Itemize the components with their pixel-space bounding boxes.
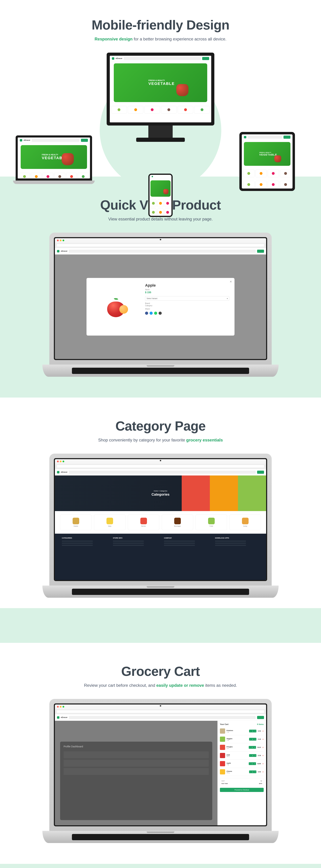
remove-icon[interactable]: ✕ <box>262 730 264 732</box>
heading-mobile: Mobile-friendly Design <box>39 18 282 32</box>
search-input[interactable] <box>69 250 256 253</box>
product-card[interactable] <box>280 169 291 177</box>
url-bar[interactable] <box>57 244 264 247</box>
product-row <box>110 104 211 115</box>
hero-banner: FRESH & HEALTY VEGETABLE <box>114 63 207 102</box>
quantity-stepper[interactable]: -1+ <box>249 770 256 773</box>
remove-icon[interactable]: ✕ <box>262 771 264 773</box>
section-mobile-friendly: Mobile-friendly Design Responsive design… <box>0 0 321 177</box>
remove-icon[interactable]: ✕ <box>262 763 264 765</box>
product-card[interactable] <box>256 181 267 188</box>
category-grid: SnacksDairyBerriesBeveragesFruitsHoney <box>55 511 266 534</box>
cart-button[interactable] <box>257 471 264 474</box>
product-title: Apple <box>145 283 229 288</box>
quantity-stepper[interactable]: -1+ <box>249 754 256 757</box>
product-card[interactable] <box>111 106 127 114</box>
cart-item: Apple1 kg-1+$155✕ <box>220 760 264 768</box>
highlight: Responsive design <box>94 37 133 41</box>
product-card[interactable] <box>54 173 65 179</box>
cart-item: Chili500 g-1+$ 35✕ <box>220 751 264 760</box>
url-bar[interactable] <box>57 465 264 468</box>
product-card[interactable] <box>243 181 255 188</box>
social-icon[interactable] <box>154 312 157 315</box>
laptop-mockup: eGrocer FRESH & HEALTYVEGETABLE <box>16 135 92 184</box>
product-card[interactable] <box>42 173 53 179</box>
product-card[interactable] <box>165 199 171 207</box>
product-card[interactable] <box>194 106 210 114</box>
product-card[interactable] <box>19 173 30 179</box>
tablet-mockup: FRESH & HEALTYVEGETABLE <box>239 132 295 191</box>
product-card[interactable] <box>31 173 42 179</box>
product-card[interactable] <box>66 173 77 179</box>
product-card[interactable] <box>157 199 164 207</box>
close-icon[interactable]: ✕ <box>229 280 232 283</box>
checkout-button[interactable]: Proceed to Checkout <box>220 788 264 792</box>
social-icon[interactable] <box>150 312 153 315</box>
product-card[interactable] <box>243 169 255 177</box>
modal-backdrop[interactable]: ✕ Apple Stock: $ 155 Select Variant▾ Bra… <box>55 254 266 359</box>
hero-basket-image <box>176 84 188 96</box>
heading-cart: Grocery Cart <box>39 664 282 679</box>
site-footer: CATEGORIESSTORE INFOCOMPANYDOWNLOAD APPS <box>55 534 266 580</box>
desktop-mockup: eGrocer FRESH & HEALTY VEGETABLE <box>107 53 214 142</box>
url-bar[interactable] <box>57 710 264 713</box>
product-price: $ 155 <box>145 291 229 294</box>
category-card[interactable]: Beverages <box>162 515 193 530</box>
profile-dashboard: Profile Dashboard <box>60 742 212 820</box>
site-header: eGrocer <box>110 56 211 61</box>
laptop-cart: eGrocer Profile Dashboard Your Cart6 ite… <box>49 699 272 843</box>
product-card[interactable] <box>280 181 291 188</box>
product-card[interactable] <box>178 106 193 114</box>
cart-item: Veggies1 kg-1+$ 40✕ <box>220 735 264 743</box>
variant-select[interactable]: Select Variant▾ <box>145 296 229 301</box>
quantity-stepper[interactable]: -1+ <box>249 730 256 733</box>
product-card[interactable] <box>161 106 177 114</box>
product-card[interactable] <box>78 173 89 179</box>
remove-icon[interactable]: ✕ <box>262 746 264 748</box>
product-card[interactable] <box>165 209 171 216</box>
product-card[interactable] <box>256 169 267 177</box>
quantity-stepper[interactable]: -1+ <box>249 746 256 749</box>
cart-button[interactable] <box>202 57 209 60</box>
laptop-quickview: eGrocer ✕ Apple Stock: $ 155 Select Vari… <box>49 232 272 377</box>
cart-item: Pringles1 pc-1+$110✕ <box>220 743 264 751</box>
remove-icon[interactable]: ✕ <box>262 738 264 740</box>
share-icons <box>145 312 229 315</box>
subtext-cart: Review your cart before checkout, and ea… <box>82 682 239 688</box>
social-icon[interactable] <box>158 312 162 315</box>
category-card[interactable]: Berries <box>128 515 159 530</box>
product-card[interactable] <box>150 199 156 207</box>
logo-icon <box>112 57 114 60</box>
laptop-category: eGrocer Home > CategoriesCategories Snac… <box>49 454 272 598</box>
product-card[interactable] <box>157 209 164 216</box>
logo-text: eGrocer <box>116 58 122 59</box>
product-card[interactable] <box>268 181 279 188</box>
product-card[interactable] <box>268 169 279 177</box>
phone-mockup <box>148 174 173 217</box>
subtext-mobile: Responsive design for a better browsing … <box>82 36 239 42</box>
search-input[interactable] <box>124 57 201 60</box>
quickview-modal: ✕ Apple Stock: $ 155 Select Variant▾ Bra… <box>87 278 234 335</box>
cart-item: Cheese250 g-1+$ 80✕ <box>220 768 264 776</box>
category-hero: Home > CategoriesCategories <box>55 475 266 511</box>
quantity-stepper[interactable]: -1+ <box>249 762 256 765</box>
product-image <box>92 283 140 330</box>
category-card[interactable]: Snacks <box>60 515 91 530</box>
social-icon[interactable] <box>145 312 148 315</box>
section-cart: Grocery Cart Review your cart before che… <box>0 643 321 864</box>
product-card[interactable] <box>128 106 144 114</box>
cart-item: Potatoes1 kg-1+$ 50✕ <box>220 727 264 735</box>
section-category: Category Page Shop conveniently by categ… <box>0 398 321 608</box>
remove-icon[interactable]: ✕ <box>262 755 264 756</box>
category-card[interactable]: Fruits <box>196 515 227 530</box>
search-input[interactable] <box>69 471 256 474</box>
cart-button[interactable] <box>257 250 264 253</box>
quantity-stepper[interactable]: -1+ <box>249 738 256 741</box>
category-card[interactable]: Honey <box>230 515 261 530</box>
product-card[interactable] <box>150 209 156 216</box>
product-card[interactable] <box>144 106 160 114</box>
heading-category: Category Page <box>39 418 282 433</box>
cart-drawer: Your Cart6 items Potatoes1 kg-1+$ 50✕Veg… <box>217 721 266 825</box>
subtext-category: Shop conveniently by category for your f… <box>82 437 239 443</box>
category-card[interactable]: Dairy <box>94 515 125 530</box>
